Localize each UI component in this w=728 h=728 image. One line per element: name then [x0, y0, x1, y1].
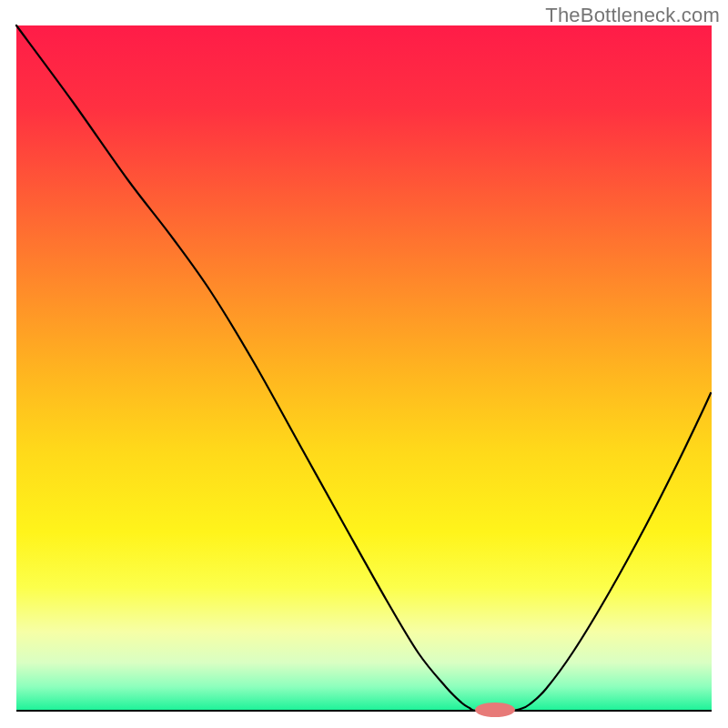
watermark-text: TheBottleneck.com — [545, 4, 720, 27]
gradient-background — [16, 25, 712, 711]
optimum-marker — [475, 703, 515, 717]
chart-svg — [0, 0, 728, 728]
bottleneck-chart: TheBottleneck.com — [0, 0, 728, 728]
